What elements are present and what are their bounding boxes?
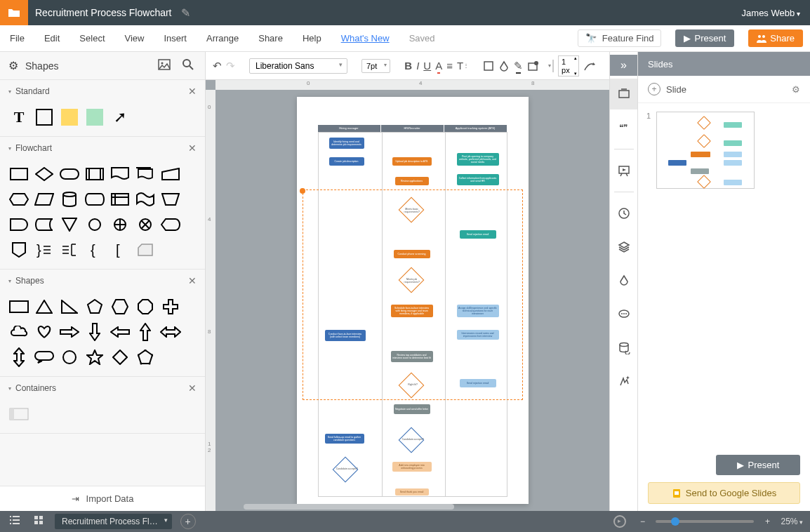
- slide-thumbnail[interactable]: 1: [646, 112, 802, 189]
- autosave-indicator[interactable]: [613, 515, 626, 528]
- text-options-button[interactable]: T⋮: [457, 58, 469, 74]
- flowchart-node[interactable]: Conduct face-to-face interview (with sel…: [325, 330, 366, 341]
- menu-help[interactable]: Help: [300, 30, 324, 46]
- fc-delay[interactable]: [8, 214, 29, 235]
- selection-handle[interactable]: [300, 188, 305, 194]
- italic-button[interactable]: I: [416, 58, 419, 74]
- border-color-button[interactable]: [498, 58, 510, 74]
- fc-internal[interactable]: [109, 189, 131, 210]
- container-swim[interactable]: [8, 404, 29, 425]
- fc-manualinput[interactable]: [160, 164, 181, 185]
- fc-connector[interactable]: [84, 214, 105, 235]
- menu-arrange[interactable]: Arrange: [204, 30, 241, 46]
- shape-options-button[interactable]: [527, 58, 538, 74]
- sh-arrow-lr[interactable]: [160, 321, 181, 343]
- flowchart-node[interactable]: Send thank you email: [395, 488, 429, 496]
- fc-display[interactable]: [160, 214, 181, 235]
- fc-brace2[interactable]: {: [84, 239, 105, 260]
- lane-header[interactable]: Hiring manager: [318, 125, 381, 132]
- sh-hexagon[interactable]: [109, 296, 131, 317]
- sh-diamond2[interactable]: [109, 347, 131, 368]
- flowchart-node[interactable]: Negotiate and send offer letter: [394, 404, 430, 414]
- sh-polygon[interactable]: [135, 347, 156, 368]
- close-icon[interactable]: ✕: [188, 86, 197, 97]
- line-options-button[interactable]: [583, 58, 596, 74]
- fc-or[interactable]: [109, 214, 131, 235]
- grid-view-button[interactable]: [31, 515, 46, 528]
- close-icon[interactable]: ✕: [188, 383, 197, 394]
- fc-decision[interactable]: [34, 164, 55, 185]
- zoom-out-button[interactable]: −: [635, 517, 650, 526]
- sh-arrow-u[interactable]: [135, 321, 156, 343]
- fc-preparation[interactable]: [8, 189, 29, 210]
- sh-star[interactable]: [84, 347, 105, 368]
- fc-note[interactable]: [59, 239, 80, 260]
- present-button-panel[interactable]: ▶ Present: [716, 455, 800, 475]
- outline-view-button[interactable]: [7, 515, 22, 528]
- fc-data[interactable]: [34, 189, 55, 210]
- themes-tab-icon[interactable]: [610, 265, 638, 296]
- flowchart-node[interactable]: Upload job description to ATS: [392, 157, 432, 166]
- shape-block[interactable]: [86, 109, 103, 126]
- menu-insert[interactable]: Insert: [161, 30, 190, 46]
- fc-summing[interactable]: [135, 214, 156, 235]
- line-width-select[interactable]: 1 px▴▾: [558, 55, 579, 77]
- page[interactable]: Hiring manager HR/Recruiter Applicant tr…: [297, 97, 529, 504]
- menu-select[interactable]: Select: [77, 30, 107, 46]
- bold-button[interactable]: B: [404, 58, 412, 74]
- font-select[interactable]: Liberation Sans: [249, 58, 347, 74]
- flowchart-node[interactable]: Send follow-up email to gather candidate…: [325, 434, 364, 444]
- feature-find-button[interactable]: 🔭 Feature Find: [578, 29, 662, 47]
- fc-terminator[interactable]: [59, 164, 80, 185]
- lane-header[interactable]: Applicant tracking system (ATS): [444, 125, 507, 132]
- sh-arrow-d[interactable]: [84, 321, 105, 343]
- sh-heart[interactable]: [34, 321, 55, 343]
- menu-share[interactable]: Share: [255, 30, 286, 46]
- sh-arrow-l[interactable]: [109, 321, 131, 343]
- sh-pentagon[interactable]: [84, 296, 105, 317]
- sh-circle[interactable]: [59, 347, 80, 368]
- line-style-select[interactable]: [552, 60, 554, 72]
- sh-octagon[interactable]: [135, 296, 156, 317]
- gear-icon[interactable]: ⚙: [8, 59, 18, 72]
- flowchart-node[interactable]: Identify hiring need and determine job r…: [329, 138, 364, 149]
- folder-icon[interactable]: [0, 0, 28, 25]
- menu-edit[interactable]: Edit: [41, 30, 62, 46]
- image-icon[interactable]: [156, 59, 173, 73]
- gear-icon[interactable]: ⚙: [792, 84, 800, 95]
- flowchart-node[interactable]: Review applications: [395, 177, 429, 185]
- menu-file[interactable]: File: [7, 30, 27, 46]
- present-button[interactable]: ▶ Present: [675, 29, 734, 47]
- search-icon[interactable]: [180, 58, 197, 74]
- sh-rect[interactable]: [8, 296, 29, 317]
- flowchart-node[interactable]: Interviewers record notes and impression…: [457, 330, 499, 340]
- shape-text[interactable]: T: [8, 107, 29, 128]
- font-size-select[interactable]: 7pt: [361, 59, 390, 73]
- flowchart-node[interactable]: Create job description: [329, 157, 364, 166]
- align-button[interactable]: ≡: [446, 58, 453, 74]
- fc-multidoc[interactable]: [135, 164, 156, 185]
- lane-header[interactable]: HR/Recruiter: [381, 125, 444, 132]
- fc-paper[interactable]: [135, 189, 156, 210]
- flowchart-node[interactable]: Review top candidates and interview scor…: [391, 351, 433, 362]
- fc-stored[interactable]: [34, 214, 55, 235]
- fc-predefined[interactable]: [84, 164, 105, 185]
- page-tab[interactable]: Recruitment Process Fl…: [55, 514, 172, 529]
- flowchart-node[interactable]: Send rejection email: [460, 230, 496, 239]
- sh-triangle[interactable]: [34, 296, 55, 317]
- flowchart-node[interactable]: Post job opening to company website, pre…: [457, 153, 499, 166]
- actions-tab-icon[interactable]: ✦: [610, 366, 638, 397]
- fc-card[interactable]: [135, 239, 156, 260]
- undo-button[interactable]: ↶: [213, 58, 222, 74]
- shape-square[interactable]: [36, 109, 53, 126]
- sh-cloud[interactable]: [8, 321, 29, 343]
- zoom-in-button[interactable]: +: [759, 517, 775, 526]
- history-tab-icon[interactable]: [610, 198, 638, 229]
- slides-tab-icon[interactable]: [610, 79, 638, 109]
- user-menu[interactable]: James Webb: [732, 8, 810, 18]
- add-slide-button[interactable]: + Slide ⚙: [638, 76, 810, 103]
- font-color-button[interactable]: A: [435, 58, 442, 74]
- underline-button[interactable]: U: [423, 58, 431, 74]
- sh-arrow-ud[interactable]: [8, 347, 29, 368]
- fc-merge[interactable]: [59, 214, 80, 235]
